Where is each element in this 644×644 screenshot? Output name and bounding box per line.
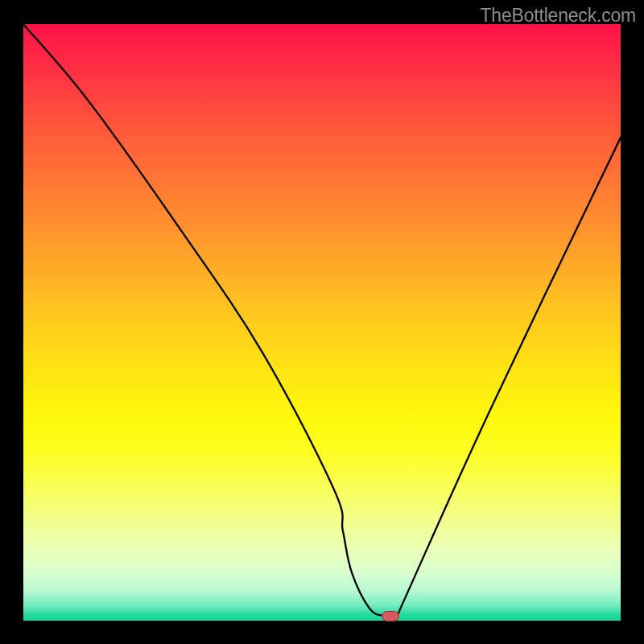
watermark-text: TheBottleneck.com [481,5,636,27]
plot-area [23,24,621,621]
gradient-background [23,24,621,621]
chart-frame: TheBottleneck.com [0,0,644,644]
